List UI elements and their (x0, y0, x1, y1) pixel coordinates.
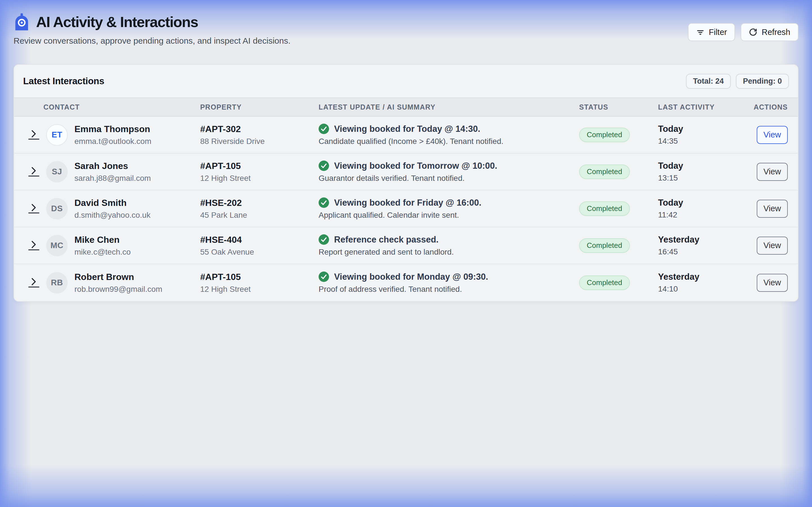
counter-badges: Total: 24 Pending: 0 (686, 74, 789, 89)
expander-cell (27, 276, 46, 290)
actions-cell: View (748, 237, 788, 255)
table-row: DS David Smith d.smith@yahoo.co.uk #HSE-… (14, 190, 798, 227)
actions-cell: View (748, 200, 788, 218)
activity-time: 16:45 (658, 247, 748, 256)
column-header-summary: Latest Update / AI Summary (319, 103, 579, 111)
status-badge: Completed (579, 238, 630, 253)
summary-detail: Guarantor details verified. Tenant notif… (319, 174, 579, 183)
property-address: 88 Riverside Drive (200, 137, 319, 146)
check-circle-icon (319, 124, 329, 134)
latest-interactions-card: Latest Interactions Total: 24 Pending: 0… (13, 64, 799, 302)
expander-cell (27, 165, 46, 179)
table-body: ET Emma Thompson emma.t@outlook.com #APT… (14, 117, 798, 301)
status-cell: Completed (579, 128, 658, 142)
check-circle-icon (319, 198, 329, 208)
summary-detail: Applicant qualified. Calendar invite sen… (319, 211, 579, 220)
avatar-cell: ET (46, 124, 74, 146)
summary-title: Viewing booked for Today @ 14:30. (334, 124, 480, 134)
actions-cell: View (748, 274, 788, 292)
activity-day: Today (658, 198, 748, 208)
property-id: #HSE-202 (200, 198, 319, 208)
status-badge: Completed (579, 276, 630, 290)
activity-time: 14:35 (658, 136, 748, 146)
property-address: 12 High Street (200, 285, 319, 294)
expander-cell (27, 239, 46, 252)
expand-row-button[interactable] (27, 165, 41, 179)
contact-email: d.smith@yahoo.co.uk (74, 211, 200, 220)
refresh-button[interactable]: Refresh (741, 23, 799, 41)
property-id: #APT-105 (200, 272, 319, 282)
filter-button[interactable]: Filter (688, 23, 735, 41)
contact-name: David Smith (74, 198, 200, 208)
contact-name: Sarah Jones (74, 161, 200, 171)
property-cell: #HSE-202 45 Park Lane (200, 198, 319, 220)
refresh-button-label: Refresh (762, 27, 790, 37)
property-address: 55 Oak Avenue (200, 247, 319, 257)
property-cell: #APT-302 88 Riverside Drive (200, 124, 319, 146)
avatar: ET (46, 124, 68, 146)
contact-cell: Sarah Jones sarah.j88@gmail.com (74, 161, 200, 183)
check-circle-icon (319, 272, 329, 282)
summary-cell: Viewing booked for Tomorrow @ 10:00. Gua… (319, 161, 579, 183)
page: AI Activity & Interactions Review conver… (0, 0, 812, 507)
view-button[interactable]: View (757, 163, 788, 181)
contact-email: rob.brown99@gmail.com (74, 285, 200, 294)
expand-row-button[interactable] (27, 128, 41, 142)
summary-title: Viewing booked for Monday @ 09:30. (334, 272, 488, 282)
summary-title: Viewing booked for Tomorrow @ 10:00. (334, 161, 497, 171)
property-address: 45 Park Lane (200, 211, 319, 220)
contact-email: mike.c@tech.co (74, 247, 200, 257)
contact-cell: Emma Thompson emma.t@outlook.com (74, 124, 200, 146)
expand-row-button[interactable] (27, 202, 41, 216)
total-count-badge: Total: 24 (686, 74, 731, 89)
last-activity-cell: Today 13:15 (658, 161, 748, 182)
contact-cell: Mike Chen mike.c@tech.co (74, 235, 200, 257)
contact-name: Mike Chen (74, 235, 200, 245)
status-badge: Completed (579, 202, 630, 216)
column-header-contact: Contact (27, 103, 200, 111)
contact-name: Robert Brown (74, 272, 200, 282)
check-circle-icon (319, 234, 329, 245)
last-activity-cell: Today 14:35 (658, 124, 748, 146)
column-header-actions: Actions (748, 103, 788, 111)
activity-time: 13:15 (658, 173, 748, 182)
last-activity-cell: Yesterday 16:45 (658, 235, 748, 256)
expand-row-button[interactable] (27, 239, 41, 252)
header-actions: Filter Refresh (688, 23, 799, 41)
activity-day: Today (658, 124, 748, 134)
property-id: #APT-105 (200, 161, 319, 171)
table-row: SJ Sarah Jones sarah.j88@gmail.com #APT-… (14, 154, 798, 190)
status-cell: Completed (579, 238, 658, 253)
property-cell: #APT-105 12 High Street (200, 161, 319, 183)
avatar: SJ (46, 161, 68, 182)
property-address: 12 High Street (200, 174, 319, 183)
avatar: RB (46, 272, 68, 293)
activity-time: 11:42 (658, 210, 748, 219)
view-button[interactable]: View (757, 274, 788, 292)
summary-detail: Candidate qualified (Income > £40k). Ten… (319, 137, 579, 146)
view-button[interactable]: View (757, 237, 788, 255)
status-cell: Completed (579, 276, 658, 290)
contact-cell: David Smith d.smith@yahoo.co.uk (74, 198, 200, 220)
contact-name: Emma Thompson (74, 124, 200, 134)
view-button[interactable]: View (757, 200, 788, 218)
pending-count-badge: Pending: 0 (736, 74, 789, 89)
contact-email: sarah.j88@gmail.com (74, 174, 200, 183)
summary-cell: Viewing booked for Friday @ 16:00. Appli… (319, 198, 579, 220)
activity-day: Today (658, 161, 748, 171)
header-text: AI Activity & Interactions Review conver… (13, 13, 290, 46)
summary-detail: Proof of address verified. Tenant notifi… (319, 285, 579, 294)
view-button[interactable]: View (757, 126, 788, 144)
avatar-cell: DS (46, 198, 74, 219)
page-header: AI Activity & Interactions Review conver… (13, 13, 799, 46)
avatar-cell: MC (46, 235, 74, 256)
status-cell: Completed (579, 202, 658, 216)
card-title: Latest Interactions (23, 76, 104, 87)
check-circle-icon (319, 161, 329, 171)
card-header: Latest Interactions Total: 24 Pending: 0 (14, 65, 798, 98)
activity-day: Yesterday (658, 272, 748, 282)
actions-cell: View (748, 163, 788, 181)
filter-icon (696, 28, 705, 36)
expand-row-button[interactable] (27, 276, 41, 290)
table-row: MC Mike Chen mike.c@tech.co #HSE-404 55 … (14, 227, 798, 264)
